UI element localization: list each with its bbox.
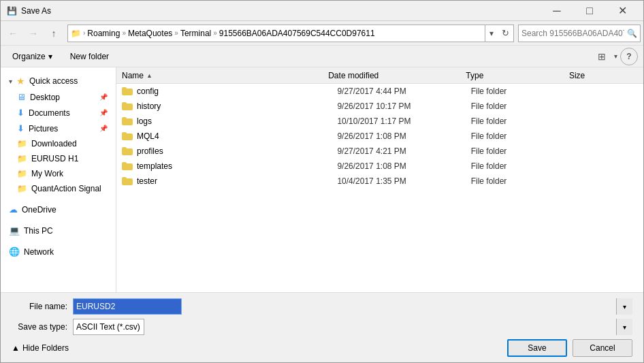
sidebar-item-eurusd-label: EURUSD H1 (31, 154, 78, 163)
saveas-label: Save as type: (12, 322, 73, 332)
path-metaquotes[interactable]: MetaQuotes (128, 29, 172, 38)
column-type[interactable]: Type (466, 71, 569, 80)
thispc-header[interactable]: 💻 This PC (1, 223, 116, 238)
address-bar[interactable]: 📁 › Roaming » MetaQuotes » Terminal » 91… (67, 25, 514, 42)
saveas-row: Save as type: ASCII Text (*.csv) ▾ (12, 319, 632, 335)
file-date: 9/26/2017 1:08 PM (337, 161, 470, 171)
folder-icon (122, 177, 133, 185)
column-name[interactable]: Name ▲ (122, 71, 328, 80)
file-type: File folder (471, 146, 571, 156)
minimize-button[interactable]: ─ (541, 1, 573, 20)
quick-access-header[interactable]: ▾ ★ Quick access (1, 73, 116, 89)
thispc-section: 💻 This PC (1, 223, 116, 238)
quick-access-icon: ★ (16, 76, 25, 86)
folder-icon (122, 102, 133, 110)
table-row[interactable]: templates 9/26/2017 1:08 PM File folder (116, 159, 643, 174)
file-name: logs (137, 116, 337, 126)
search-input[interactable] (521, 29, 624, 38)
save-button[interactable]: Save (507, 339, 567, 357)
folder-icon (122, 132, 133, 140)
thispc-label: This PC (24, 226, 53, 236)
sidebar-item-downloaded-label: Downloaded (31, 139, 77, 148)
path-terminal[interactable]: Terminal (180, 29, 211, 38)
sidebar-item-quantaction-label: QuantAction Signal (31, 184, 101, 193)
address-toolbar: ← → ↑ 📁 › Roaming » MetaQuotes » Termina… (1, 21, 643, 46)
sidebar-item-pictures[interactable]: ⬇ Pictures 📌 (1, 121, 116, 136)
file-name: history (137, 101, 337, 111)
sidebar-item-documents[interactable]: ⬇ Documents 📌 (1, 105, 116, 121)
folder-icon (122, 117, 133, 125)
sidebar-item-desktop-label: Desktop (30, 93, 60, 102)
organize-label: Organize (12, 52, 46, 61)
filename-row: File name: ▾ (12, 298, 632, 315)
organize-button[interactable]: Organize ▾ (6, 48, 59, 65)
file-type: File folder (471, 161, 571, 171)
table-row[interactable]: MQL4 9/26/2017 1:08 PM File folder (116, 129, 643, 144)
mywork-icon: 📁 (17, 169, 27, 178)
filename-input[interactable] (73, 298, 182, 315)
main-content: ▾ ★ Quick access 🖥 Desktop 📌 ⬇ Documents… (1, 67, 643, 292)
file-date: 10/10/2017 1:17 PM (337, 116, 470, 126)
address-dropdown-button[interactable]: ▾ (485, 25, 497, 42)
pictures-icon: ⬇ (17, 123, 25, 133)
table-row[interactable]: history 9/26/2017 10:17 PM File folder (116, 99, 643, 114)
file-list: Name ▲ Date modified Type Size config 9/… (116, 67, 643, 292)
documents-icon: ⬇ (17, 108, 25, 118)
hide-folders-toggle-icon: ▲ (12, 343, 20, 353)
view-button[interactable]: ⊞ (592, 48, 611, 65)
file-type: File folder (471, 116, 571, 126)
table-row[interactable]: logs 10/10/2017 1:17 PM File folder (116, 114, 643, 129)
refresh-button[interactable]: ↻ (497, 25, 513, 42)
title-bar: 💾 Save As ─ □ ✕ (1, 1, 643, 21)
saveas-select[interactable]: ASCII Text (*.csv) (73, 319, 144, 335)
file-name: config (137, 86, 337, 96)
window-controls: ─ □ ✕ (541, 1, 638, 20)
network-icon: 🌐 (9, 247, 20, 257)
file-type: File folder (471, 131, 571, 141)
help-button[interactable]: ? (620, 48, 638, 65)
path-id[interactable]: 915566BA06ADA407569C544CC0D97611 (219, 29, 375, 38)
bottom-panel: File name: ▾ Save as type: ASCII Text (*… (1, 292, 643, 362)
onedrive-header[interactable]: ☁ OneDrive (1, 202, 116, 217)
saveas-wrapper: ASCII Text (*.csv) ▾ (73, 319, 632, 335)
new-folder-button[interactable]: New folder (64, 48, 115, 65)
organize-dropdown-icon: ▾ (48, 52, 52, 61)
path-roaming[interactable]: Roaming (87, 29, 120, 38)
file-name: templates (137, 161, 337, 171)
network-header[interactable]: 🌐 Network (1, 244, 116, 259)
hide-folders-button[interactable]: ▲ Hide Folders (12, 343, 69, 353)
back-button[interactable]: ← (3, 24, 22, 43)
search-box[interactable]: 🔍 (518, 25, 641, 42)
filename-label: File name: (12, 302, 73, 311)
forward-button[interactable]: → (24, 24, 43, 43)
folder-icon (122, 162, 133, 170)
sidebar-item-desktop[interactable]: 🖥 Desktop 📌 (1, 89, 116, 105)
sidebar-item-quantaction[interactable]: 📁 QuantAction Signal (1, 181, 116, 196)
file-list-header: Name ▲ Date modified Type Size (116, 67, 643, 84)
sidebar-item-mywork[interactable]: 📁 My Work (1, 166, 116, 181)
column-date[interactable]: Date modified (328, 71, 466, 80)
sidebar-item-eurusd[interactable]: 📁 EURUSD H1 (1, 151, 116, 166)
up-button[interactable]: ↑ (44, 24, 63, 43)
cancel-button[interactable]: Cancel (573, 339, 632, 357)
address-path: 📁 › Roaming » MetaQuotes » Terminal » 91… (68, 29, 485, 38)
file-date: 9/26/2017 10:17 PM (337, 101, 470, 111)
table-row[interactable]: tester 10/4/2017 1:35 PM File folder (116, 174, 643, 189)
view-controls: ⊞ ▾ ? (592, 48, 638, 65)
table-row[interactable]: config 9/27/2017 4:44 PM File folder (116, 84, 643, 99)
pin-icon-docs: 📌 (99, 109, 108, 116)
table-row[interactable]: profiles 9/27/2017 4:21 PM File folder (116, 144, 643, 159)
sidebar-item-downloaded[interactable]: 📁 Downloaded (1, 136, 116, 151)
sidebar: ▾ ★ Quick access 🖥 Desktop 📌 ⬇ Documents… (1, 67, 116, 292)
file-list-body: config 9/27/2017 4:44 PM File folder his… (116, 84, 643, 292)
folder-icon (122, 87, 133, 95)
filename-dropdown-button[interactable]: ▾ (616, 298, 632, 315)
sidebar-item-documents-label: Documents (29, 108, 70, 118)
file-date: 10/4/2017 1:35 PM (337, 176, 470, 186)
column-size[interactable]: Size (569, 71, 638, 80)
file-date: 9/27/2017 4:21 PM (337, 146, 470, 156)
sort-arrow: ▲ (146, 72, 152, 79)
close-button[interactable]: ✕ (607, 1, 638, 20)
file-date: 9/26/2017 1:08 PM (337, 131, 470, 141)
maximize-button[interactable]: □ (574, 1, 605, 20)
